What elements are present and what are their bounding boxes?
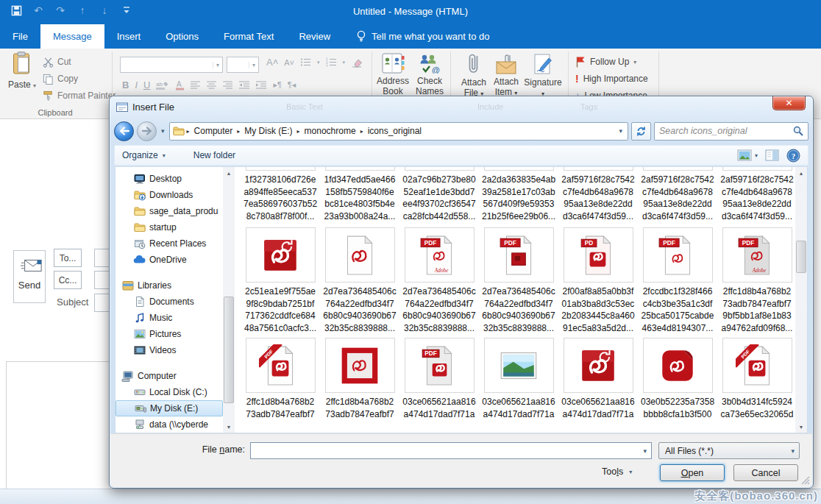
tree-scrollbar[interactable]: ▲ ▼ bbox=[223, 167, 235, 433]
highlight-icon[interactable]: ab bbox=[156, 80, 169, 90]
help-button[interactable]: ? bbox=[786, 149, 800, 163]
rtl-icon[interactable]: ¶◂ bbox=[288, 80, 296, 90]
file-item[interactable]: 03ce065621aa816a474d17dad7f71a bbox=[561, 338, 635, 420]
tab-insert[interactable]: Insert bbox=[104, 24, 154, 49]
follow-up-button[interactable]: Follow Up▾ bbox=[575, 56, 636, 68]
tree-item-pictures[interactable]: Pictures bbox=[115, 326, 223, 342]
breadcrumb[interactable]: ▸Computer▸My Disk (E:)▸monochrome▸icons_… bbox=[169, 122, 628, 141]
file-type-select[interactable]: All Files (*.*) ▾ bbox=[658, 442, 800, 459]
cc-button[interactable]: Cc... bbox=[54, 271, 82, 289]
forward-button[interactable] bbox=[137, 121, 157, 141]
file-item[interactable]: PDFAdobe2d7ea736485406c764a22edfbd34f76b… bbox=[402, 227, 476, 334]
scroll-down-icon[interactable]: ▼ bbox=[223, 421, 235, 433]
tree-item-my-disk-e-[interactable]: My Disk (E:) bbox=[115, 400, 223, 416]
file-item[interactable]: 2ffc1d8b4a768b273adb7847eafbf7 bbox=[323, 338, 397, 420]
italic-icon[interactable]: I bbox=[135, 79, 138, 90]
tree-item-sage-data-produ[interactable]: sage_data_produ bbox=[115, 203, 223, 219]
align-center-icon[interactable] bbox=[207, 81, 217, 90]
ltr-icon[interactable]: ▸¶ bbox=[273, 80, 281, 90]
grow-font-icon[interactable]: A˄ bbox=[266, 57, 278, 68]
recent-pages-dropdown-icon[interactable]: ▾ bbox=[160, 127, 166, 135]
breadcrumb-segment[interactable]: Computer bbox=[192, 124, 235, 139]
file-item[interactable]: PDF2d7ea736485406c764a22edfbd34f76b80c94… bbox=[482, 227, 555, 334]
subject-field[interactable] bbox=[94, 294, 110, 312]
file-item[interactable]: 03ce065621aa816a474d17dad7f71a bbox=[482, 338, 555, 420]
cancel-button[interactable]: Cancel bbox=[733, 464, 798, 481]
increase-indent-icon[interactable] bbox=[256, 81, 267, 90]
cc-field[interactable] bbox=[94, 271, 110, 289]
tree-item-onedrive[interactable]: OneDrive bbox=[115, 252, 223, 268]
file-item[interactable]: PDF3b0b4d314fc5924ca73e65ec32065d bbox=[720, 338, 794, 420]
numbering-icon[interactable]: 123 bbox=[326, 57, 337, 67]
clear-formatting-icon[interactable] bbox=[351, 57, 363, 68]
font-color-icon[interactable]: A bbox=[175, 80, 185, 90]
file-item[interactable]: 2af59716f28c7542c7fe4db648a967895aa13e8d… bbox=[720, 167, 794, 222]
signature-button[interactable]: Signature▾ bbox=[524, 53, 562, 99]
close-button[interactable]: ✕ bbox=[772, 96, 806, 110]
paste-button[interactable]: Paste ▾ bbox=[6, 52, 38, 110]
tools-button[interactable]: Tools ▾ bbox=[602, 466, 632, 477]
tree-item-computer[interactable]: Computer bbox=[115, 368, 223, 384]
tree-item-local-disk-c-[interactable]: Local Disk (C:) bbox=[115, 384, 223, 400]
tree-item-data-cyberde[interactable]: data (\\cyberde bbox=[115, 416, 223, 433]
tab-file[interactable]: File bbox=[0, 24, 40, 49]
breadcrumb-segment[interactable]: icons_original bbox=[366, 124, 424, 139]
to-button[interactable]: To... bbox=[54, 249, 82, 267]
file-item[interactable]: 2d7ea736485406c764a22edfbd34f76b80c94036… bbox=[323, 227, 397, 334]
open-button[interactable]: Open bbox=[660, 464, 725, 481]
tree-item-recent-places[interactable]: Recent Places bbox=[115, 235, 223, 252]
tree-item-documents[interactable]: Documents bbox=[115, 294, 223, 310]
file-item[interactable]: 1f32738106d726ea894ffe85eeca5377ea586976… bbox=[244, 167, 317, 222]
decrease-indent-icon[interactable] bbox=[239, 81, 250, 90]
tree-item-music[interactable]: Music bbox=[115, 310, 223, 326]
format-painter-button[interactable]: Format Painter bbox=[43, 88, 115, 103]
file-item[interactable]: PDF2fccdbc1f328f466c4cb3be35a1c3df25bca5… bbox=[641, 227, 714, 334]
tab-review[interactable]: Review bbox=[286, 24, 343, 49]
resize-grip[interactable] bbox=[801, 476, 810, 485]
scroll-up-icon[interactable]: ▲ bbox=[795, 167, 807, 179]
file-item[interactable]: 2c51ea1e9f755ae9f8c9bdab7251bf717362cddf… bbox=[244, 227, 317, 334]
new-folder-button[interactable]: New folder bbox=[186, 146, 243, 165]
organize-button[interactable]: Organize▾ bbox=[115, 146, 173, 165]
file-item[interactable]: 02a7c96b273be8052eaf1e1de3bdd7ee4f93702c… bbox=[402, 167, 476, 222]
file-item[interactable]: PDFAdobe2ffc1d8b4a768b273adb7847eafbf79b… bbox=[720, 227, 794, 334]
tree-item-videos[interactable]: Videos bbox=[115, 342, 223, 358]
search-input[interactable]: Search icons_original bbox=[654, 122, 808, 141]
breadcrumb-segment[interactable]: monochrome bbox=[302, 124, 358, 139]
shrink-font-icon[interactable]: A˅ bbox=[284, 58, 294, 67]
address-dropdown-icon[interactable]: ▾ bbox=[619, 127, 625, 135]
breadcrumb-segment[interactable]: My Disk (E:) bbox=[242, 124, 294, 139]
message-body[interactable] bbox=[6, 361, 110, 504]
change-view-button[interactable]: ▾ bbox=[737, 149, 758, 161]
file-item[interactable]: PDF03ce065621aa816a474d17dad7f71a bbox=[402, 338, 476, 420]
preview-pane-button[interactable] bbox=[765, 149, 779, 161]
tab-format-text[interactable]: Format Text bbox=[211, 24, 286, 49]
back-button[interactable] bbox=[114, 121, 134, 141]
check-names-button[interactable]: @ CheckNames bbox=[410, 53, 449, 96]
bold-icon[interactable]: B bbox=[122, 79, 129, 90]
tree-item-desktop[interactable]: Desktop bbox=[115, 171, 223, 187]
file-name-input[interactable]: ▾ bbox=[250, 442, 652, 459]
file-list-scrollbar[interactable]: ▲ ▼ bbox=[795, 167, 807, 433]
tree-item-startup[interactable]: startup bbox=[115, 219, 223, 235]
file-item[interactable]: 2a2da363835e4ab39a2581e17c03ab567d409f9e… bbox=[482, 167, 555, 222]
file-item[interactable]: PD2f00af8a85a0bb3f01ab3ba8d3c53ec2b20834… bbox=[561, 227, 635, 334]
tree-item-downloads[interactable]: Downloads bbox=[115, 187, 223, 203]
scroll-down-icon[interactable]: ▼ bbox=[795, 421, 807, 433]
attach-item-button[interactable]: AttachItem ▾ bbox=[487, 53, 525, 99]
bullets-icon[interactable] bbox=[300, 57, 311, 67]
font-size-combo[interactable]: ▾ bbox=[227, 57, 259, 73]
file-name-dropdown-icon[interactable]: ▾ bbox=[643, 447, 651, 455]
file-item[interactable]: 2af59716f28c7542c7fe4db648a967895aa13e8d… bbox=[641, 167, 714, 222]
to-field[interactable] bbox=[94, 249, 110, 267]
file-item[interactable]: 2af59716f28c7542c7fe4db648a967895aa13e8d… bbox=[561, 167, 635, 222]
file-item[interactable]: PDF2ffc1d8b4a768b273adb7847eafbf7 bbox=[244, 338, 317, 420]
tab-message[interactable]: Message bbox=[40, 24, 104, 49]
align-left-icon[interactable] bbox=[191, 81, 201, 90]
underline-icon[interactable]: U bbox=[143, 79, 150, 90]
tab-options[interactable]: Options bbox=[153, 24, 211, 49]
file-item[interactable]: 1fd347edd5ae466158fb5759840f6ebc81ce4803… bbox=[323, 167, 397, 222]
tell-me-box[interactable]: Tell me what you want to do bbox=[343, 24, 489, 49]
file-item[interactable]: 03e0b52235a7358bbbb8cfa1b3f500 bbox=[641, 338, 714, 420]
send-button[interactable]: Send bbox=[13, 250, 46, 303]
